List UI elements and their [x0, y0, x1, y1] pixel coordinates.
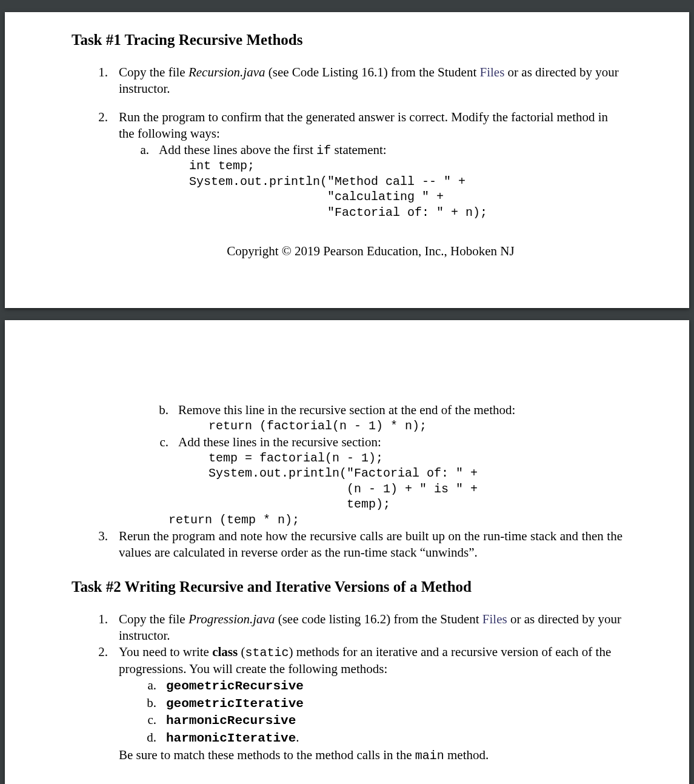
- text-fragment: (see code listing 16.2) from the Student: [275, 612, 482, 626]
- sub-body: geometricIterative: [166, 695, 622, 712]
- task1-item-2: 2. Run the program to confirm that the g…: [72, 109, 622, 266]
- task1-list-cont: 3. Rerun the program and note how the re…: [72, 528, 622, 561]
- text-fragment: .: [296, 730, 299, 745]
- task1-item-3: 3. Rerun the program and note how the re…: [72, 528, 622, 561]
- sub-letter: b.: [108, 402, 178, 418]
- method-name: geometricRecursive: [166, 679, 304, 693]
- list-number: 2.: [72, 644, 119, 660]
- sub-body: Remove this line in the recursive sectio…: [178, 402, 622, 434]
- list-number: 3.: [72, 528, 119, 544]
- list-number: 1.: [72, 611, 119, 628]
- text-fragment: statement:: [331, 142, 387, 157]
- task1-item2-sublist-cont: b. Remove this line in the recursive sec…: [108, 402, 622, 512]
- code-block-c: temp = factorial(n - 1); System.out.prin…: [209, 451, 622, 512]
- list-number: 2.: [72, 109, 119, 126]
- sub-letter: b.: [138, 695, 166, 711]
- task2-list: 1. Copy the file Progression.java (see c…: [72, 611, 622, 763]
- sub-letter: c.: [108, 434, 178, 451]
- sub-letter: a.: [138, 677, 166, 694]
- continuation-block: b. Remove this line in the recursive sec…: [108, 402, 622, 528]
- document-viewport: Task #1 Tracing Recursive Methods 1. Cop…: [0, 0, 694, 784]
- task1-list: 1. Copy the file Recursion.java (see Cod…: [72, 64, 622, 266]
- task1-item2b: b. Remove this line in the recursive sec…: [108, 402, 622, 434]
- sub-letter: c.: [138, 712, 166, 728]
- text-fragment: Remove this line in the recursive sectio…: [178, 403, 515, 417]
- text-fragment: Be sure to match these methods to the me…: [119, 748, 415, 762]
- code-block-b: return (factorial(n - 1) * n);: [209, 418, 622, 434]
- sub-body: Add these lines in the recursive section…: [178, 434, 622, 512]
- text-fragment: (: [238, 645, 245, 659]
- task1-item2-sublist: a. Add these lines above the first if st…: [119, 142, 622, 221]
- method-name: harmonicIterative: [166, 731, 296, 745]
- method-c: c. harmonicRecursive: [138, 712, 622, 729]
- sub-body: geometricRecursive: [166, 677, 622, 695]
- sub-body: harmonicRecursive: [166, 712, 622, 729]
- sub-body: Add these lines above the first if state…: [159, 142, 622, 221]
- sub-letter: a.: [119, 142, 159, 158]
- task1-heading: Task #1 Tracing Recursive Methods: [72, 30, 622, 50]
- sub-body: harmonicIterative.: [166, 729, 622, 747]
- inline-code: if: [316, 144, 331, 158]
- task2-tail-sentence: Be sure to match these methods to the me…: [119, 747, 622, 764]
- task2-heading: Task #2 Writing Recursive and Iterative …: [72, 577, 622, 597]
- filename: Recursion.java: [189, 65, 265, 79]
- method-a: a. geometricRecursive: [138, 677, 622, 695]
- method-name: geometricIterative: [166, 697, 304, 711]
- list-item-body: Copy the file Recursion.java (see Code L…: [119, 64, 622, 97]
- list-item-body: Copy the file Progression.java (see code…: [119, 611, 622, 644]
- text-fragment: Copy the file: [119, 65, 189, 79]
- task1-item-1: 1. Copy the file Recursion.java (see Cod…: [72, 64, 622, 97]
- filename: Progression.java: [189, 612, 275, 626]
- method-d: d. harmonicIterative.: [138, 729, 622, 747]
- text-fragment: You need to write: [119, 645, 212, 659]
- task2-methods-list: a. geometricRecursive b. geometricIterat…: [138, 677, 622, 748]
- code-block-c-return: return (temp * n);: [168, 512, 622, 528]
- document-page-1: Task #1 Tracing Recursive Methods 1. Cop…: [5, 12, 689, 308]
- list-item-body: Rerun the program and note how the recur…: [119, 528, 622, 561]
- list-item-body: You need to write class (static) methods…: [119, 644, 622, 764]
- document-page-2: b. Remove this line in the recursive sec…: [5, 320, 689, 784]
- files-link[interactable]: Files: [480, 65, 505, 79]
- code-block-a: int temp; System.out.println("Method cal…: [189, 158, 622, 220]
- list-item-body: Run the program to confirm that the gene…: [119, 109, 622, 266]
- list-number: 1.: [72, 64, 119, 81]
- task1-item2a: a. Add these lines above the first if st…: [119, 142, 622, 221]
- text-fragment: Run the program to confirm that the gene…: [119, 110, 608, 141]
- text-fragment: Add these lines above the first: [159, 142, 316, 157]
- sub-letter: d.: [138, 729, 166, 746]
- task1-item2c: c. Add these lines in the recursive sect…: [108, 434, 622, 512]
- copyright-notice: Copyright © 2019 Pearson Education, Inc.…: [119, 243, 622, 260]
- task2-item-1: 1. Copy the file Progression.java (see c…: [72, 611, 622, 644]
- method-b: b. geometricIterative: [138, 695, 622, 712]
- text-fragment: Add these lines in the recursive section…: [178, 435, 381, 449]
- text-fragment: Copy the file: [119, 612, 189, 626]
- files-link[interactable]: Files: [482, 612, 507, 626]
- inline-code: static: [245, 646, 289, 660]
- task2-item-2: 2. You need to write class (static) meth…: [72, 644, 622, 764]
- bold-word: class: [212, 645, 238, 659]
- text-fragment: (see Code Listing 16.1) from the Student: [265, 65, 479, 79]
- inline-code: main: [415, 749, 444, 763]
- text-fragment: method.: [444, 748, 489, 762]
- method-name: harmonicRecursive: [166, 714, 296, 728]
